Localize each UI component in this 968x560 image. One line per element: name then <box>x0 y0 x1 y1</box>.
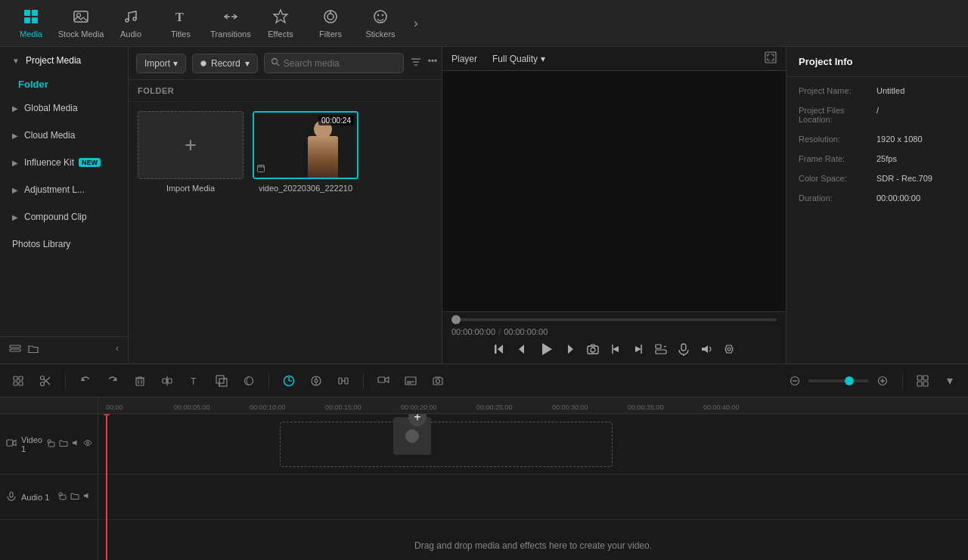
layout-button[interactable] <box>912 370 933 391</box>
color-button[interactable] <box>238 370 259 391</box>
video-track-icon <box>6 438 17 450</box>
audio-folder-button[interactable] <box>70 491 79 503</box>
nav-item-titles[interactable]: T Titles <box>156 2 206 45</box>
nav-item-filters[interactable]: Filters <box>306 2 355 45</box>
quality-select[interactable]: Full Quality ▾ <box>492 54 545 64</box>
subtitle-button[interactable] <box>400 370 421 391</box>
sidebar-label-folder: Folder <box>18 79 48 90</box>
stickers-icon <box>372 8 389 27</box>
nav-item-stock[interactable]: Stock Media <box>56 2 106 45</box>
player-timeline-bar <box>451 318 777 321</box>
import-chevron-icon: ▾ <box>173 58 178 69</box>
search-box[interactable] <box>264 53 404 73</box>
nav-item-effects[interactable]: Effects <box>256 2 306 45</box>
undo-button[interactable] <box>75 370 96 391</box>
snapshot-tl-button[interactable] <box>427 370 448 391</box>
import-button[interactable]: Import ▾ <box>136 54 186 73</box>
player-expand-button[interactable] <box>765 51 777 66</box>
drop-zone[interactable] <box>280 422 613 467</box>
video-eye-button[interactable] <box>83 438 92 450</box>
mark-out-button[interactable] <box>631 342 645 356</box>
playhead <box>106 414 107 560</box>
video-thumb[interactable]: 00:00:24 <box>253 111 358 179</box>
svg-marker-97 <box>73 441 77 446</box>
svg-point-7 <box>133 17 136 20</box>
nav-label-audio: Audio <box>120 29 141 39</box>
svg-rect-56 <box>136 379 144 385</box>
sidebar-item-adjustment-l[interactable]: ▶ Adjustment L... <box>3 177 125 203</box>
cut-tool-button[interactable] <box>35 370 56 391</box>
step-forward-button[interactable] <box>563 342 577 356</box>
mark-in-button[interactable] <box>609 342 622 356</box>
record-chevron-icon: ▾ <box>245 58 250 69</box>
more-options-button[interactable]: ▾ <box>939 370 960 391</box>
svg-rect-93 <box>7 440 13 446</box>
audio-lock-button[interactable] <box>58 491 67 503</box>
sidebar-item-folder[interactable]: Folder <box>0 74 128 94</box>
select-tool-button[interactable] <box>8 370 29 391</box>
video-folder-button[interactable] <box>59 438 68 450</box>
step-back-button[interactable] <box>515 342 529 356</box>
ruler-mark-0: 00:00 <box>106 404 123 411</box>
zoom-handle[interactable] <box>845 376 854 385</box>
nav-item-media[interactable]: Media <box>6 2 56 45</box>
sidebar-collapse-button[interactable]: ‹ <box>116 343 119 357</box>
sidebar-item-global-media[interactable]: ▶ Global Media <box>3 95 125 121</box>
more-icon[interactable]: ••• <box>428 56 438 70</box>
nav-label-transitions: Transitions <box>210 29 250 39</box>
sidebar-item-cloud-media[interactable]: ▶ Cloud Media <box>3 122 125 148</box>
nav-item-stickers[interactable]: Stickers <box>355 2 405 45</box>
progress-track[interactable] <box>451 318 777 321</box>
total-time: 00:00:00:00 <box>504 327 548 336</box>
speed-button[interactable] <box>278 370 299 391</box>
text-button[interactable]: T <box>184 370 205 391</box>
settings-ctrl-button[interactable] <box>722 342 736 356</box>
zoom-slider[interactable] <box>808 379 869 382</box>
zoom-in-button[interactable] <box>872 370 893 391</box>
crop-button[interactable] <box>211 370 232 391</box>
voiceover-button[interactable] <box>677 342 690 356</box>
video-volume-button[interactable] <box>71 438 80 450</box>
record-dot-icon <box>200 60 206 67</box>
nav-item-transitions[interactable]: Transitions <box>206 2 256 45</box>
media-item-video1[interactable]: 00:00:24 video_20220306_222210 <box>253 111 358 354</box>
zoom-out-button[interactable] <box>784 370 805 391</box>
arrow-icon: ▶ <box>12 213 18 221</box>
timeline-ruler-area: 00:00 00:00:05:00 00:00:10:00 00:00:15:0… <box>98 398 968 560</box>
record-button[interactable]: Record ▾ <box>192 54 258 73</box>
split-button[interactable] <box>157 370 178 391</box>
add-track-button[interactable] <box>9 343 21 357</box>
player-tab[interactable]: Player <box>451 54 477 64</box>
svg-rect-64 <box>216 376 224 383</box>
skip-back-button[interactable] <box>492 342 506 356</box>
folder-button[interactable] <box>27 343 39 357</box>
multicam-button[interactable] <box>373 370 394 391</box>
svg-point-11 <box>327 14 334 20</box>
sidebar-item-photos-library[interactable]: Photos Library <box>3 231 125 257</box>
nav-item-audio[interactable]: Audio <box>106 2 156 45</box>
ruler-mark-5: 00:00:25:00 <box>476 404 513 411</box>
progress-handle[interactable] <box>451 315 461 324</box>
volume-button[interactable] <box>700 342 713 356</box>
more-nav-button[interactable]: › <box>405 2 427 45</box>
snapshot-button[interactable] <box>586 342 600 356</box>
audio-track-row[interactable] <box>98 475 968 520</box>
delete-button[interactable] <box>129 370 150 391</box>
sidebar-item-influence-kit[interactable]: ▶ Influence Kit NEW <box>3 150 125 175</box>
media-item-import[interactable]: + Import Media <box>138 111 244 354</box>
quality-label: Full Quality <box>492 54 538 64</box>
import-thumb[interactable]: + <box>138 111 244 179</box>
sidebar-item-compound-clip[interactable]: ▶ Compound Clip <box>3 204 125 230</box>
stabilize-button[interactable] <box>306 370 327 391</box>
video-track-row[interactable]: + <box>98 414 968 475</box>
add-to-timeline-ctrl-button[interactable] <box>654 342 668 356</box>
redo-button[interactable] <box>102 370 123 391</box>
timeline-toolbar: T <box>0 364 968 398</box>
audio-volume-button[interactable] <box>82 491 92 503</box>
video-lock-button[interactable] <box>47 438 56 450</box>
audio-sync-button[interactable] <box>333 370 354 391</box>
sidebar-item-project-media[interactable]: ▼ Project Media <box>3 48 125 73</box>
play-button[interactable] <box>538 341 554 357</box>
filter-icon[interactable] <box>410 56 422 70</box>
search-input[interactable] <box>284 58 397 69</box>
